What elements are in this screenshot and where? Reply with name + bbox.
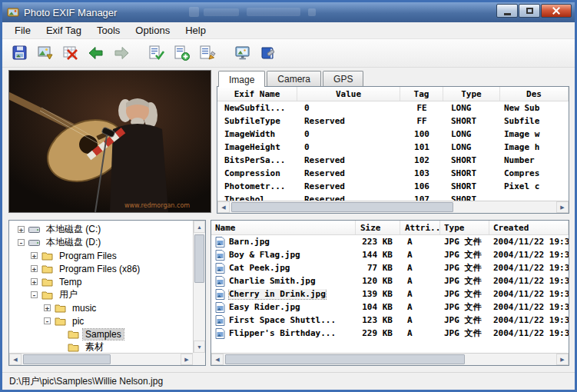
tree-label: pic <box>70 316 86 327</box>
tree-item-drive-d[interactable]: -本地磁盘 (D:) <box>10 236 192 249</box>
menu-options[interactable]: Options <box>128 23 177 38</box>
file-row-selected[interactable]: Cherry in Drink.jpg139 KBAJPG 文件2004/11/… <box>211 287 569 301</box>
tab-image[interactable]: Image <box>218 71 265 87</box>
close-button[interactable] <box>541 4 572 18</box>
tree-horizontal-scrollbar[interactable]: ◀ ▶ <box>9 353 193 365</box>
exif-value: Reserved <box>297 168 400 178</box>
expand-toggle[interactable]: + <box>31 252 38 259</box>
delete-exif-button[interactable] <box>59 42 82 65</box>
tree-item-program-files[interactable]: +Program Files <box>10 249 192 262</box>
col-name[interactable]: Name <box>211 221 356 234</box>
expand-toggle[interactable]: - <box>31 291 38 298</box>
file-size: 77 KB <box>356 263 400 273</box>
scroll-track[interactable] <box>224 354 556 365</box>
scroll-right-icon[interactable]: ▶ <box>556 201 569 213</box>
help-book-icon <box>259 44 277 62</box>
titlebar[interactable]: Photo EXIF Manager <box>2 2 575 22</box>
image-viewer-button[interactable] <box>231 42 254 65</box>
exif-row[interactable]: ImageHeight0101LONGImage h <box>217 141 569 154</box>
scroll-track[interactable] <box>230 201 556 213</box>
scroll-thumb[interactable] <box>231 202 453 212</box>
expand-toggle[interactable]: + <box>31 278 38 285</box>
col-tag[interactable]: Tag <box>400 87 443 101</box>
maximize-button[interactable] <box>519 4 540 18</box>
col-des[interactable]: Des <box>500 87 569 101</box>
titlebar-artifact <box>247 8 300 16</box>
col-exif-name[interactable]: Exif Name <box>217 87 297 101</box>
scroll-left-icon[interactable]: ◀ <box>211 354 224 365</box>
file-size: 139 KB <box>356 289 400 299</box>
file-row[interactable]: Boy & Flag.jpg144 KBAJPG 文件2004/11/22 19… <box>211 248 569 261</box>
exif-row[interactable]: CompressionReserved103SHORTCompres <box>217 167 569 180</box>
tree-item-music[interactable]: +music <box>10 301 192 314</box>
scroll-thumb[interactable] <box>23 354 111 364</box>
menu-file[interactable]: File <box>7 23 38 38</box>
col-size[interactable]: Size <box>356 221 400 234</box>
scroll-up-icon[interactable]: ▲ <box>194 221 205 233</box>
expand-toggle[interactable]: + <box>18 226 25 233</box>
expand-toggle[interactable]: - <box>44 317 51 324</box>
exif-row[interactable]: NewSubfil...0FELONGNew Sub <box>217 101 569 115</box>
file-row[interactable]: Easy Rider.jpg104 KBAJPG 文件2004/11/22 19… <box>211 301 569 314</box>
col-attr[interactable]: Attri... <box>400 221 440 234</box>
scroll-left-icon[interactable]: ◀ <box>9 354 22 365</box>
col-created[interactable]: Created <box>489 221 569 234</box>
forward-arrow-icon <box>112 44 131 62</box>
scroll-thumb[interactable] <box>225 354 465 364</box>
file-row[interactable]: Charlie Smith.jpg120 KBAJPG 文件2004/11/22… <box>211 274 569 287</box>
tree-item-drive-c[interactable]: +本地磁盘 (C:) <box>10 223 192 236</box>
file-size: 144 KB <box>356 250 400 260</box>
scroll-down-icon[interactable]: ▼ <box>194 341 205 353</box>
col-type[interactable]: Type <box>440 221 489 234</box>
tree-item-users[interactable]: -用户 <box>10 288 192 301</box>
exif-row[interactable]: Photometr...Reserved106SHORTPixel c <box>217 180 569 193</box>
file-list-horizontal-scrollbar[interactable]: ◀ ▶ <box>211 353 569 365</box>
tree-item-temp[interactable]: +Temp <box>10 275 192 288</box>
exif-row[interactable]: SubfileTypeReservedFFSHORTSubfile <box>217 115 569 128</box>
scroll-track[interactable] <box>194 233 205 341</box>
menu-help[interactable]: Help <box>177 23 214 38</box>
file-type: JPG 文件 <box>440 314 489 326</box>
exif-row[interactable]: ImageWidth0100LONGImage w <box>217 128 569 141</box>
tree-item-pic[interactable]: -pic <box>10 314 192 327</box>
scroll-thumb[interactable] <box>194 234 204 283</box>
col-type[interactable]: Type <box>443 87 500 101</box>
save-button[interactable] <box>8 42 32 65</box>
exif-row[interactable]: BitsPerSa...Reserved102SHORTNumber <box>217 154 569 167</box>
menu-exif-tag[interactable]: Exif Tag <box>38 23 89 38</box>
exif-list-button[interactable] <box>196 42 219 65</box>
expand-toggle[interactable]: + <box>44 304 51 311</box>
file-row[interactable]: Flipper's Birthday...229 KBAJPG 文件2004/1… <box>211 327 569 340</box>
add-exif-button[interactable] <box>171 42 194 65</box>
tab-camera[interactable]: Camera <box>267 71 321 86</box>
tree-item-program-files-x86[interactable]: +Program Files (x86) <box>10 262 192 275</box>
exif-row[interactable]: Threshol...Reserved107SHORT <box>217 193 569 201</box>
scroll-left-icon[interactable]: ◀ <box>217 201 230 213</box>
menu-tools[interactable]: Tools <box>89 23 128 38</box>
scroll-track[interactable] <box>22 354 181 365</box>
file-list-header: Name Size Attri... Type Created <box>211 221 569 235</box>
scrollbar-corner <box>193 353 205 365</box>
tree-item-sucai[interactable]: 素材 <box>10 341 192 352</box>
expand-toggle[interactable]: - <box>18 239 25 246</box>
exif-des: Image w <box>500 129 569 139</box>
back-button[interactable] <box>85 42 108 65</box>
photo-credit: www.redmorgan.com <box>124 202 190 209</box>
edit-exif-button[interactable] <box>145 42 168 65</box>
minimize-button[interactable] <box>496 4 518 18</box>
tree-vertical-scrollbar[interactable]: ▲ ▼ <box>193 221 205 353</box>
scroll-right-icon[interactable]: ▶ <box>181 354 193 365</box>
tree-item-samples[interactable]: Samples <box>10 327 192 341</box>
forward-button[interactable] <box>110 42 133 65</box>
file-row[interactable]: Barn.jpg223 KBAJPG 文件2004/11/22 19:3... <box>211 235 569 248</box>
col-value[interactable]: Value <box>297 87 400 101</box>
expand-toggle[interactable]: + <box>31 265 38 272</box>
exif-horizontal-scrollbar[interactable]: ◀ ▶ <box>217 201 569 213</box>
file-created: 2004/11/22 19:3... <box>489 315 569 325</box>
scroll-right-icon[interactable]: ▶ <box>556 354 569 365</box>
tab-gps[interactable]: GPS <box>323 71 363 86</box>
file-row[interactable]: Cat Peek.jpg77 KBAJPG 文件2004/11/22 19:3.… <box>211 261 569 274</box>
export-image-button[interactable] <box>34 42 57 65</box>
file-row[interactable]: First Space Shuttl...123 KBAJPG 文件2004/1… <box>211 314 569 327</box>
help-button[interactable] <box>257 42 280 65</box>
